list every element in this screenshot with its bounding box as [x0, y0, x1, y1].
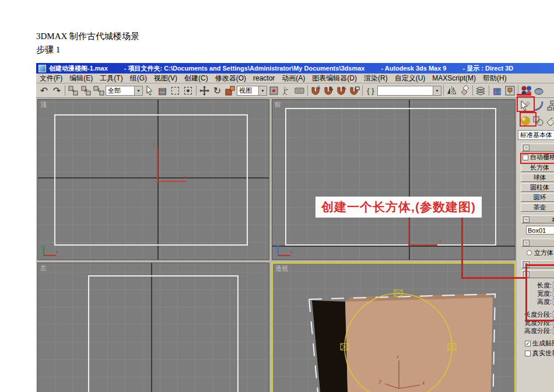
- app-icon: [38, 65, 46, 72]
- undo-icon[interactable]: ↶: [38, 85, 50, 97]
- cube-radio[interactable]: 立方体: [527, 249, 554, 257]
- spinner-snap-icon[interactable]: [348, 85, 360, 97]
- menu-group[interactable]: 组(G): [127, 74, 150, 83]
- viewport-perspective[interactable]: 透视 z: [272, 262, 516, 392]
- rollout-name-color[interactable]: - 名称和颜色: [521, 215, 554, 223]
- primitive-button-sphere[interactable]: 球体: [521, 173, 554, 182]
- title-project-folder: - 项目文件夹: C:\Documents and Settings\Admin…: [124, 64, 365, 73]
- gizmo-x-label: x: [184, 174, 186, 180]
- menu-edit[interactable]: 编辑(E): [66, 74, 96, 83]
- svg-text:3: 3: [318, 85, 320, 90]
- gizmo-y-label: y: [153, 141, 156, 147]
- category-lights-icon[interactable]: [545, 114, 554, 127]
- gizmo-y-axis: [408, 219, 409, 246]
- page-heading: 3DMAX 制作古代城楼场景 步骤 1: [36, 30, 139, 56]
- layer-manager-icon[interactable]: [475, 85, 487, 97]
- select-object-icon[interactable]: [143, 85, 156, 97]
- viewport-front-label: 前: [275, 100, 281, 109]
- select-and-link-icon[interactable]: [67, 85, 79, 97]
- reference-coordinate-dropdown[interactable]: 视图 ▼: [237, 86, 267, 96]
- main-area: 顶 y x z x 前: [36, 98, 554, 392]
- unlink-selection-icon[interactable]: [80, 85, 92, 97]
- select-by-name-icon[interactable]: ▤: [156, 85, 169, 97]
- bind-to-space-warp-icon[interactable]: [93, 85, 105, 97]
- select-and-rotate-icon[interactable]: ↻: [211, 85, 223, 97]
- viewport-front[interactable]: 前 y x z x: [272, 99, 516, 260]
- tab-hierarchy-icon[interactable]: [546, 99, 554, 113]
- primitive-category-value: 标准基本体: [520, 131, 552, 139]
- construction-axis-horizontal: [272, 246, 515, 247]
- select-and-manipulate-icon[interactable]: [280, 85, 293, 97]
- real-world-checkbox[interactable]: 真实世界贴图大小: [525, 349, 554, 357]
- dropdown-arrow-icon: ▼: [258, 86, 267, 95]
- viewport-left[interactable]: 左: [37, 262, 269, 392]
- render-scene-icon[interactable]: [533, 85, 545, 97]
- menu-animation[interactable]: 动画(A): [278, 74, 308, 83]
- select-and-scale-icon[interactable]: [224, 85, 236, 97]
- rollout-object-type[interactable]: - 对象类型: [521, 144, 554, 152]
- window-crossing-icon[interactable]: [182, 85, 194, 97]
- menu-modifiers[interactable]: 修改器(O): [212, 74, 250, 83]
- menu-tools[interactable]: 工具(T): [96, 74, 126, 83]
- primitive-button-cylinder[interactable]: 圆柱体: [521, 183, 554, 192]
- radio-icon: [527, 250, 532, 256]
- rectangular-selection-region-icon[interactable]: [169, 85, 181, 97]
- viewport-top[interactable]: 顶 y x z x: [37, 99, 269, 260]
- rollout-name-color-label: 名称和颜色: [531, 215, 554, 224]
- world-axis-tripod: z x: [274, 243, 294, 258]
- toolbar-separator: [472, 85, 473, 96]
- menu-graph-editors[interactable]: 图表编辑器(D): [308, 74, 360, 83]
- toolbar-separator: [65, 85, 65, 96]
- keyboard-shortcut-override-icon[interactable]: [293, 85, 306, 97]
- annotation-box-geometry-category: [520, 112, 537, 127]
- heading-step: 步骤 1: [36, 43, 139, 57]
- selection-filter-dropdown[interactable]: 全部 ▼: [106, 86, 143, 96]
- redo-icon[interactable]: ↷: [51, 85, 63, 97]
- toolbar-separator: [443, 85, 444, 96]
- svg-text:z: z: [397, 354, 399, 359]
- menu-customize[interactable]: 自定义(U): [391, 74, 429, 83]
- rollout-object-type-label: 对象类型: [531, 144, 554, 152]
- menu-help[interactable]: 帮助(H): [479, 74, 510, 83]
- selection-filter-value: 全部: [108, 86, 121, 95]
- menu-create[interactable]: 创建(C): [181, 74, 212, 83]
- toolbar-separator: [196, 85, 197, 96]
- viewport-grid: 顶 y x z x 前: [36, 98, 517, 392]
- snap-toggle-3d-icon[interactable]: 3: [310, 85, 322, 97]
- named-selection-sets-icon[interactable]: { }: [364, 85, 377, 97]
- generate-mapping-label: 生成贴图坐标: [532, 339, 554, 348]
- select-and-move-icon[interactable]: [198, 85, 211, 97]
- annotation-connector-vertical: [461, 218, 463, 279]
- box-wireframe-top-view: [54, 114, 248, 246]
- use-pivot-center-icon[interactable]: [268, 85, 280, 97]
- angle-snap-icon[interactable]: [322, 85, 335, 97]
- primitive-button-box[interactable]: 长方体: [521, 163, 554, 172]
- percent-snap-icon[interactable]: %: [335, 85, 348, 97]
- primitive-button-torus[interactable]: 圆环: [521, 193, 554, 202]
- menu-reactor[interactable]: reactor: [250, 74, 278, 82]
- gizmo-x-label: x: [439, 237, 441, 244]
- dropdown-arrow-icon: ▼: [134, 86, 142, 95]
- real-world-label: 真实世界贴图大小: [532, 349, 554, 358]
- menu-maxscript[interactable]: MAXScript(M): [429, 74, 479, 82]
- schematic-view-icon[interactable]: [504, 85, 516, 97]
- gizmo-x-axis: [408, 244, 437, 246]
- title-bar[interactable]: 创建动漫楼阁-1.max - 项目文件夹: C:\Documents and S…: [36, 63, 554, 74]
- title-filename: 创建动漫楼阁-1.max: [49, 64, 108, 73]
- primitive-category-dropdown[interactable]: 标准基本体: [518, 130, 554, 140]
- generate-mapping-checkbox[interactable]: ✓ 生成贴图坐标: [525, 340, 554, 347]
- cube-radio-label: 立方体: [534, 249, 553, 257]
- menu-rendering[interactable]: 渲染(R): [360, 74, 391, 83]
- object-name-field[interactable]: Box01: [526, 226, 554, 235]
- mirror-icon[interactable]: [446, 85, 458, 97]
- annotation-box-box-button: [520, 153, 554, 164]
- align-icon[interactable]: [458, 85, 471, 97]
- checkbox-icon: [525, 351, 531, 356]
- rollout-creation-method[interactable]: - 创建方法: [521, 239, 554, 247]
- named-selection-dropdown[interactable]: ▼: [377, 86, 441, 96]
- curve-editor-icon[interactable]: ▦: [491, 85, 503, 97]
- menu-views[interactable]: 视图(V): [150, 74, 181, 83]
- box-front-face: [345, 298, 493, 392]
- menu-file[interactable]: 文件(F): [36, 74, 66, 83]
- primitive-button-teapot[interactable]: 茶壶: [521, 203, 554, 212]
